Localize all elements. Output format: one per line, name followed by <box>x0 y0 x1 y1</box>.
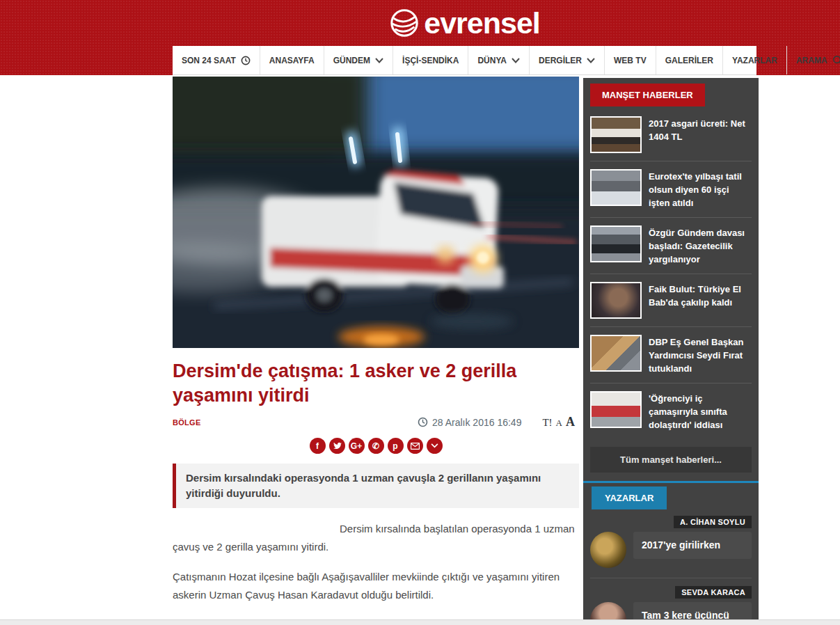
divider <box>590 578 752 578</box>
nav-label: GÜNDEM <box>333 56 370 65</box>
nav-isci-sendika[interactable]: İŞÇİ-SENDİKA <box>393 46 468 74</box>
all-manset-button[interactable]: Tüm manşet haberleri... <box>590 447 752 473</box>
news-title: DBP Eş Genel Başkan Yardımcısı Seydi Fır… <box>649 335 752 375</box>
clock-icon <box>418 417 428 427</box>
yazarlar-header[interactable]: YAZARLAR <box>592 486 667 509</box>
divider <box>590 161 752 161</box>
nav-yazarlar[interactable]: YAZARLAR <box>723 46 787 74</box>
avatar[interactable] <box>590 602 626 619</box>
sidebar-news-item[interactable]: 2017 asgari ücreti: Net 1404 TL <box>583 109 759 160</box>
clock-icon <box>241 56 251 65</box>
chevron-down-icon <box>375 58 383 63</box>
publish-date: 28 Aralık 2016 16:49 <box>418 417 521 428</box>
news-title: 2017 asgari ücreti: Net 1404 TL <box>649 116 752 153</box>
manset-haberler-header[interactable]: MANŞET HABERLER <box>590 84 705 106</box>
whatsapp-share-icon[interactable]: ✆ <box>368 438 384 454</box>
author-name[interactable]: A. CİHAN SOYLU <box>674 516 752 528</box>
article-summary: Dersim kırsalındaki operasyonda 1 uzman … <box>173 464 579 508</box>
article-meta: BÖLGE 28 Aralık 2016 16:49 T! A A <box>173 415 579 429</box>
divider <box>590 274 752 274</box>
font-larger-button[interactable]: A <box>566 415 575 429</box>
facebook-share-icon[interactable]: f <box>310 438 326 454</box>
nav-arama[interactable]: ARAMA <box>787 46 840 74</box>
logo-text: evrensel <box>424 6 540 40</box>
article-paragraph: Dersim kırsalında başlatılan operasyonda… <box>173 520 579 556</box>
share-bar: f G+ ✆ p <box>173 438 579 454</box>
google-plus-share-icon[interactable]: G+ <box>349 438 365 454</box>
globe-icon <box>389 8 420 38</box>
site-header: evrensel SON 24 SAAT ANASAYFA GÜNDEM İŞÇ… <box>0 0 840 75</box>
article-column: Dersim'de çatışma: 1 asker ve 2 gerilla … <box>173 77 579 625</box>
nav-label: ARAMA <box>796 56 827 65</box>
news-thumbnail <box>590 391 642 428</box>
news-thumbnail <box>590 282 642 319</box>
nav-dunya[interactable]: DÜNYA <box>468 46 530 74</box>
main-nav: SON 24 SAAT ANASAYFA GÜNDEM İŞÇİ-SENDİKA… <box>173 46 756 75</box>
site-logo[interactable]: evrensel <box>173 4 756 42</box>
author-article-title[interactable]: Tam 3 kere üçüncü sayfaya haber olan bir… <box>633 602 752 619</box>
author-article-title[interactable]: 2017'ye girilirken <box>633 532 752 559</box>
article-paragraph: Çatışmanın Hozat ilçesine bağlı Aşağışav… <box>173 568 579 604</box>
divider <box>590 326 752 327</box>
sidebar-news-item[interactable]: DBP Eş Genel Başkan Yardımcısı Seydi Fır… <box>583 328 759 382</box>
nav-galeriler[interactable]: GALERİLER <box>656 46 723 74</box>
divider <box>583 481 759 483</box>
chevron-down-icon <box>512 58 520 63</box>
author-item: SEVDA KARACA Tam 3 kere üçüncü sayfaya h… <box>583 580 759 619</box>
twitter-share-icon[interactable] <box>329 438 345 454</box>
news-title: Faik Bulut: Türkiye El Bab'da çakılıp ka… <box>649 282 752 319</box>
sidebar-news-item[interactable]: Özgür Gündem davası başladı: Gazetecilik… <box>583 219 759 273</box>
news-thumbnail <box>590 116 642 153</box>
nav-label: SON 24 SAAT <box>182 56 236 65</box>
sidebar-news-item[interactable]: Faik Bulut: Türkiye El Bab'da çakılıp ka… <box>583 275 759 326</box>
news-thumbnail <box>590 169 642 206</box>
nav-dergiler[interactable]: DERGİLER <box>530 46 605 74</box>
chevron-down-icon <box>587 58 595 63</box>
article-hero-image <box>173 77 579 348</box>
nav-label: DÜNYA <box>477 56 507 65</box>
news-title: Özgür Gündem davası başladı: Gazetecilik… <box>649 226 752 266</box>
nav-label: GALERİLER <box>665 56 713 65</box>
news-thumbnail <box>590 335 642 372</box>
font-size-controls: T! A A <box>542 415 575 429</box>
nav-label: YAZARLAR <box>732 56 777 65</box>
author-name[interactable]: SEVDA KARACA <box>675 586 752 599</box>
news-title: Eurotex'te yılbaşı tatil olsun diyen 60 … <box>649 169 752 209</box>
author-item: A. CİHAN SOYLU 2017'ye girilirken <box>583 509 759 576</box>
nav-son-24-saat[interactable]: SON 24 SAAT <box>173 46 260 74</box>
divider <box>590 383 752 383</box>
email-share-icon[interactable] <box>407 438 423 454</box>
sidebar-news-item[interactable]: 'Öğrenciyi iç çamaşırıyla sınıfta dolaşt… <box>583 384 759 438</box>
next-section-strip <box>0 619 840 625</box>
more-share-icon[interactable] <box>427 438 443 454</box>
nav-label: WEB TV <box>614 56 647 65</box>
nav-web-tv[interactable]: WEB TV <box>605 46 656 74</box>
sidebar-news-item[interactable]: Eurotex'te yılbaşı tatil olsun diyen 60 … <box>583 162 759 216</box>
nav-label: ANASAYFA <box>269 56 315 65</box>
pinterest-share-icon[interactable]: p <box>388 438 404 454</box>
article-title: Dersim'de çatışma: 1 asker ve 2 gerilla … <box>173 359 579 408</box>
news-thumbnail <box>590 226 642 262</box>
news-title: 'Öğrenciyi iç çamaşırıyla sınıfta dolaşt… <box>649 391 752 432</box>
nav-anasayfa[interactable]: ANASAYFA <box>260 46 324 74</box>
nav-gundem[interactable]: GÜNDEM <box>324 46 393 74</box>
nav-label: DERGİLER <box>539 56 582 65</box>
category-label[interactable]: BÖLGE <box>173 418 201 427</box>
sidebar: MANŞET HABERLER 2017 asgari ücreti: Net … <box>583 78 759 619</box>
date-text: 28 Aralık 2016 16:49 <box>432 417 521 428</box>
divider <box>590 217 752 218</box>
font-reset-button[interactable]: T! <box>542 417 552 429</box>
nav-label: İŞÇİ-SENDİKA <box>402 56 459 65</box>
search-icon <box>832 55 840 66</box>
font-smaller-button[interactable]: A <box>556 418 562 429</box>
avatar[interactable] <box>590 532 626 568</box>
